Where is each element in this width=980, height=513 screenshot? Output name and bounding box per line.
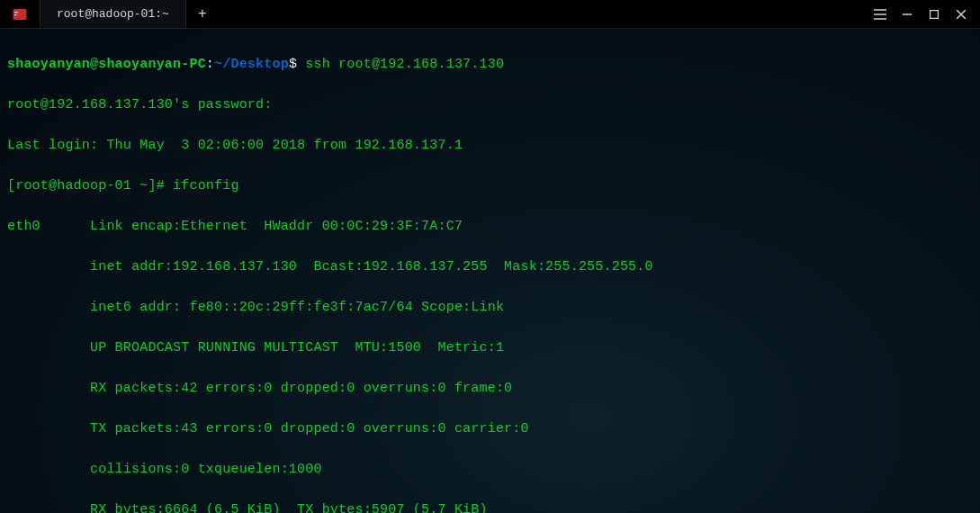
- terminal-line: UP BROADCAST RUNNING MULTICAST MTU:1500 …: [7, 338, 973, 359]
- prompt-sep2: $: [289, 57, 297, 72]
- terminal-line: RX packets:42 errors:0 dropped:0 overrun…: [7, 379, 973, 400]
- menu-button[interactable]: [867, 4, 894, 25]
- window-titlebar: root@hadoop-01:~ +: [0, 0, 980, 29]
- close-button[interactable]: [948, 4, 975, 25]
- prompt-cwd: ~/Desktop: [214, 57, 289, 72]
- terminal-area[interactable]: shaoyanyan@shaoyanyan-PC:~/Desktop$ ssh …: [0, 29, 980, 513]
- terminal-line: collisions:0 txqueuelen:1000: [7, 460, 973, 481]
- svg-rect-1: [14, 12, 18, 13]
- tab-terminal[interactable]: root@hadoop-01:~: [40, 0, 186, 28]
- terminal-line: root@192.168.137.130's password:: [7, 95, 973, 116]
- terminal-line: [root@hadoop-01 ~]# ifconfig: [7, 176, 973, 197]
- app-icon[interactable]: [0, 0, 40, 28]
- command-text: ifconfig: [173, 178, 239, 194]
- prompt-sep: :: [206, 57, 214, 72]
- terminal-line: inet6 addr: fe80::20c:29ff:fe3f:7ac7/64 …: [7, 298, 973, 319]
- new-tab-button[interactable]: +: [186, 0, 219, 28]
- plus-icon: +: [198, 4, 207, 25]
- tab-label: root@hadoop-01:~: [57, 5, 169, 23]
- prompt-root: [root@hadoop-01 ~]#: [7, 178, 173, 194]
- terminal-line: RX bytes:6664 (6.5 KiB) TX bytes:5907 (5…: [7, 500, 973, 514]
- command-text: ssh root@192.168.137.130: [305, 57, 504, 72]
- terminal-line: shaoyanyan@shaoyanyan-PC:~/Desktop$ ssh …: [7, 55, 973, 76]
- minimize-button[interactable]: [894, 4, 921, 25]
- titlebar-right: [867, 4, 980, 25]
- svg-rect-2: [14, 14, 16, 15]
- terminal-line: eth0 Link encap:Ethernet HWaddr 00:0C:29…: [7, 217, 973, 238]
- titlebar-left: root@hadoop-01:~ +: [0, 0, 219, 28]
- terminal-line: inet addr:192.168.137.130 Bcast:192.168.…: [7, 257, 973, 278]
- svg-rect-7: [931, 10, 939, 18]
- terminal-line: Last login: Thu May 3 02:06:00 2018 from…: [7, 136, 973, 157]
- terminal-line: TX packets:43 errors:0 dropped:0 overrun…: [7, 419, 973, 440]
- prompt-user-host: shaoyanyan@shaoyanyan-PC: [7, 57, 206, 72]
- maximize-button[interactable]: [921, 4, 948, 25]
